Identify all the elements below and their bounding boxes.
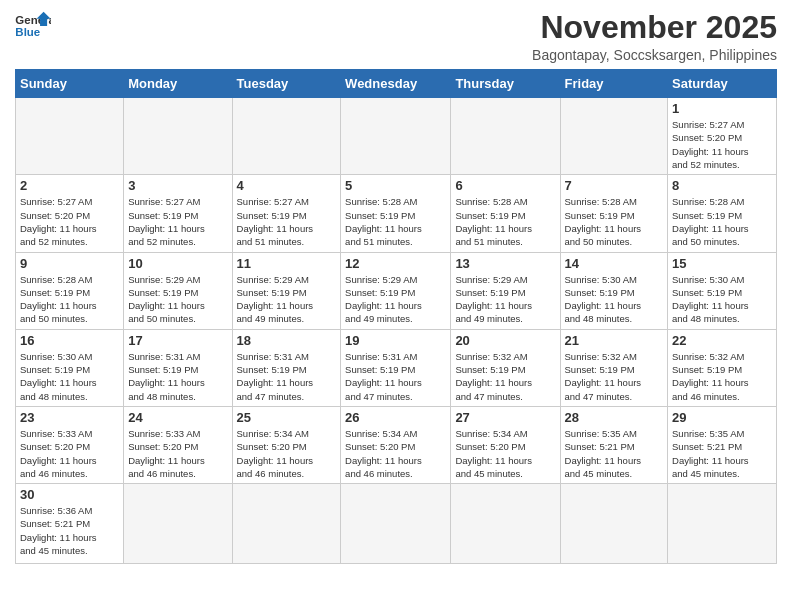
day-number: 2	[20, 178, 119, 193]
calendar-cell	[124, 98, 232, 175]
week-row-1: 1Sunrise: 5:27 AM Sunset: 5:20 PM Daylig…	[16, 98, 777, 175]
day-number: 29	[672, 410, 772, 425]
calendar-cell	[232, 484, 341, 564]
logo-icon: General Blue	[15, 10, 51, 40]
calendar-cell: 12Sunrise: 5:29 AM Sunset: 5:19 PM Dayli…	[341, 252, 451, 329]
day-number: 26	[345, 410, 446, 425]
week-row-2: 2Sunrise: 5:27 AM Sunset: 5:20 PM Daylig…	[16, 175, 777, 252]
day-info: Sunrise: 5:36 AM Sunset: 5:21 PM Dayligh…	[20, 504, 119, 557]
calendar-cell: 6Sunrise: 5:28 AM Sunset: 5:19 PM Daylig…	[451, 175, 560, 252]
calendar-cell	[560, 98, 668, 175]
calendar-cell: 4Sunrise: 5:27 AM Sunset: 5:19 PM Daylig…	[232, 175, 341, 252]
calendar-cell: 22Sunrise: 5:32 AM Sunset: 5:19 PM Dayli…	[668, 329, 777, 406]
day-number: 16	[20, 333, 119, 348]
day-info: Sunrise: 5:32 AM Sunset: 5:19 PM Dayligh…	[565, 350, 664, 403]
calendar-cell	[451, 98, 560, 175]
day-info: Sunrise: 5:31 AM Sunset: 5:19 PM Dayligh…	[237, 350, 337, 403]
day-info: Sunrise: 5:34 AM Sunset: 5:20 PM Dayligh…	[455, 427, 555, 480]
header-wednesday: Wednesday	[341, 70, 451, 98]
day-info: Sunrise: 5:29 AM Sunset: 5:19 PM Dayligh…	[455, 273, 555, 326]
calendar-cell	[341, 98, 451, 175]
calendar-cell	[451, 484, 560, 564]
calendar-cell	[16, 98, 124, 175]
day-number: 23	[20, 410, 119, 425]
calendar-cell	[232, 98, 341, 175]
day-number: 1	[672, 101, 772, 116]
day-info: Sunrise: 5:27 AM Sunset: 5:20 PM Dayligh…	[672, 118, 772, 171]
day-info: Sunrise: 5:32 AM Sunset: 5:19 PM Dayligh…	[672, 350, 772, 403]
calendar-cell: 16Sunrise: 5:30 AM Sunset: 5:19 PM Dayli…	[16, 329, 124, 406]
calendar-cell: 17Sunrise: 5:31 AM Sunset: 5:19 PM Dayli…	[124, 329, 232, 406]
day-number: 22	[672, 333, 772, 348]
calendar-cell: 30Sunrise: 5:36 AM Sunset: 5:21 PM Dayli…	[16, 484, 124, 564]
day-number: 11	[237, 256, 337, 271]
calendar-cell: 26Sunrise: 5:34 AM Sunset: 5:20 PM Dayli…	[341, 406, 451, 483]
day-number: 6	[455, 178, 555, 193]
week-row-6: 30Sunrise: 5:36 AM Sunset: 5:21 PM Dayli…	[16, 484, 777, 564]
calendar-cell: 23Sunrise: 5:33 AM Sunset: 5:20 PM Dayli…	[16, 406, 124, 483]
day-number: 3	[128, 178, 227, 193]
day-info: Sunrise: 5:31 AM Sunset: 5:19 PM Dayligh…	[128, 350, 227, 403]
day-info: Sunrise: 5:30 AM Sunset: 5:19 PM Dayligh…	[565, 273, 664, 326]
calendar-cell: 3Sunrise: 5:27 AM Sunset: 5:19 PM Daylig…	[124, 175, 232, 252]
day-number: 27	[455, 410, 555, 425]
day-info: Sunrise: 5:35 AM Sunset: 5:21 PM Dayligh…	[672, 427, 772, 480]
day-number: 13	[455, 256, 555, 271]
day-number: 18	[237, 333, 337, 348]
calendar-cell	[560, 484, 668, 564]
day-number: 30	[20, 487, 119, 502]
header-saturday: Saturday	[668, 70, 777, 98]
day-info: Sunrise: 5:28 AM Sunset: 5:19 PM Dayligh…	[455, 195, 555, 248]
day-info: Sunrise: 5:31 AM Sunset: 5:19 PM Dayligh…	[345, 350, 446, 403]
day-number: 28	[565, 410, 664, 425]
day-number: 20	[455, 333, 555, 348]
location-subtitle: Bagontapay, Soccsksargen, Philippines	[532, 47, 777, 63]
day-number: 19	[345, 333, 446, 348]
day-info: Sunrise: 5:33 AM Sunset: 5:20 PM Dayligh…	[128, 427, 227, 480]
calendar-cell: 20Sunrise: 5:32 AM Sunset: 5:19 PM Dayli…	[451, 329, 560, 406]
calendar-table: SundayMondayTuesdayWednesdayThursdayFrid…	[15, 69, 777, 564]
calendar-cell: 7Sunrise: 5:28 AM Sunset: 5:19 PM Daylig…	[560, 175, 668, 252]
day-number: 9	[20, 256, 119, 271]
day-info: Sunrise: 5:30 AM Sunset: 5:19 PM Dayligh…	[20, 350, 119, 403]
calendar-cell: 19Sunrise: 5:31 AM Sunset: 5:19 PM Dayli…	[341, 329, 451, 406]
month-title: November 2025	[532, 10, 777, 45]
day-info: Sunrise: 5:27 AM Sunset: 5:19 PM Dayligh…	[237, 195, 337, 248]
day-info: Sunrise: 5:28 AM Sunset: 5:19 PM Dayligh…	[20, 273, 119, 326]
header: General Blue November 2025 Bagontapay, S…	[15, 10, 777, 63]
calendar-cell: 9Sunrise: 5:28 AM Sunset: 5:19 PM Daylig…	[16, 252, 124, 329]
calendar-cell: 14Sunrise: 5:30 AM Sunset: 5:19 PM Dayli…	[560, 252, 668, 329]
day-info: Sunrise: 5:34 AM Sunset: 5:20 PM Dayligh…	[237, 427, 337, 480]
svg-text:Blue: Blue	[15, 26, 40, 38]
calendar-cell: 29Sunrise: 5:35 AM Sunset: 5:21 PM Dayli…	[668, 406, 777, 483]
day-info: Sunrise: 5:33 AM Sunset: 5:20 PM Dayligh…	[20, 427, 119, 480]
day-info: Sunrise: 5:32 AM Sunset: 5:19 PM Dayligh…	[455, 350, 555, 403]
title-area: November 2025 Bagontapay, Soccsksargen, …	[532, 10, 777, 63]
calendar-cell: 24Sunrise: 5:33 AM Sunset: 5:20 PM Dayli…	[124, 406, 232, 483]
calendar-cell	[124, 484, 232, 564]
logo: General Blue	[15, 10, 51, 40]
day-info: Sunrise: 5:30 AM Sunset: 5:19 PM Dayligh…	[672, 273, 772, 326]
day-number: 21	[565, 333, 664, 348]
calendar-cell: 27Sunrise: 5:34 AM Sunset: 5:20 PM Dayli…	[451, 406, 560, 483]
day-number: 8	[672, 178, 772, 193]
calendar-cell: 1Sunrise: 5:27 AM Sunset: 5:20 PM Daylig…	[668, 98, 777, 175]
calendar-cell: 8Sunrise: 5:28 AM Sunset: 5:19 PM Daylig…	[668, 175, 777, 252]
calendar-cell	[668, 484, 777, 564]
calendar-cell: 2Sunrise: 5:27 AM Sunset: 5:20 PM Daylig…	[16, 175, 124, 252]
day-number: 5	[345, 178, 446, 193]
calendar-cell: 5Sunrise: 5:28 AM Sunset: 5:19 PM Daylig…	[341, 175, 451, 252]
day-info: Sunrise: 5:29 AM Sunset: 5:19 PM Dayligh…	[345, 273, 446, 326]
header-friday: Friday	[560, 70, 668, 98]
calendar-cell: 11Sunrise: 5:29 AM Sunset: 5:19 PM Dayli…	[232, 252, 341, 329]
header-thursday: Thursday	[451, 70, 560, 98]
day-number: 25	[237, 410, 337, 425]
day-info: Sunrise: 5:29 AM Sunset: 5:19 PM Dayligh…	[128, 273, 227, 326]
day-info: Sunrise: 5:35 AM Sunset: 5:21 PM Dayligh…	[565, 427, 664, 480]
calendar-page: General Blue November 2025 Bagontapay, S…	[0, 0, 792, 574]
day-number: 10	[128, 256, 227, 271]
day-info: Sunrise: 5:28 AM Sunset: 5:19 PM Dayligh…	[672, 195, 772, 248]
header-sunday: Sunday	[16, 70, 124, 98]
calendar-cell: 28Sunrise: 5:35 AM Sunset: 5:21 PM Dayli…	[560, 406, 668, 483]
day-info: Sunrise: 5:34 AM Sunset: 5:20 PM Dayligh…	[345, 427, 446, 480]
